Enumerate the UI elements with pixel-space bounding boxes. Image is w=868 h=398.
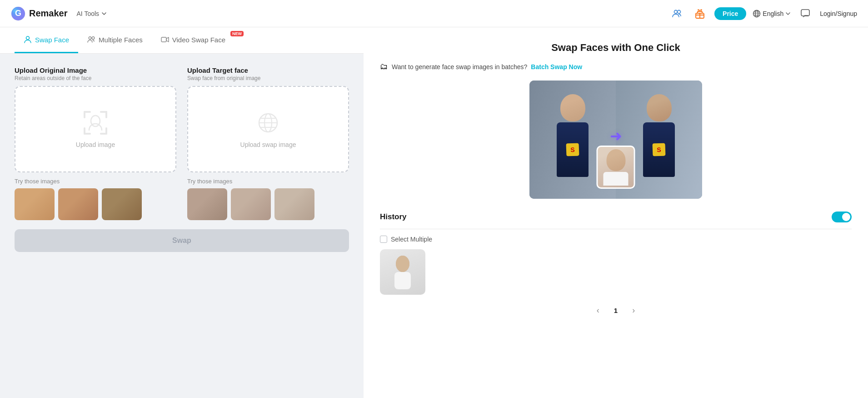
history-person-1 [380,249,425,295]
person-icon [24,35,32,44]
next-arrow-icon: › [632,306,635,315]
gift-icon-button[interactable] [692,5,708,22]
sample-target-image-2[interactable] [231,188,271,220]
logo[interactable]: G G Remaker [11,6,68,21]
swap-face-inner [598,147,634,187]
sample-target-image-3[interactable] [274,188,314,220]
svg-rect-14 [161,37,166,42]
tab-swap-face-label: Swap Face [35,36,69,44]
svg-point-5 [678,10,681,13]
svg-text:G: G [15,9,21,18]
batch-swap-link[interactable]: Batch Swap Now [531,63,582,71]
batch-text: Want to generate face swap images in bat… [392,63,527,71]
upload-target-subtitle: Swap face from original image [187,75,349,81]
svg-point-12 [89,37,91,40]
header: G G Remaker AI Tools [0,0,868,27]
header-right: Price English Login/Signup [669,5,857,22]
swap-face-body [604,172,629,186]
chevron-down-icon [101,10,107,17]
head-right [647,94,672,121]
pagination: ‹ 1 › [380,304,852,317]
upload-section: Upload Original Image Retain areas outsi… [0,54,364,220]
prev-page-button[interactable]: ‹ [593,304,603,317]
upload-target-label: Upload swap image [240,141,296,148]
video-icon [161,35,169,44]
ai-tools-label: AI Tools [77,10,100,17]
sample-target-image-1[interactable] [187,188,227,220]
figure-left: S [548,94,598,185]
upload-target-box[interactable]: Upload swap image [187,86,349,172]
prev-arrow-icon: ‹ [597,306,599,315]
swap-button[interactable]: Swap [15,229,349,252]
users-icon-button[interactable] [669,5,685,22]
history-toggle[interactable] [832,212,852,222]
svg-point-4 [674,10,678,13]
current-page: 1 [609,305,622,316]
tab-multiple-faces[interactable]: Multiple Faces [78,27,152,53]
left-panel: Swap Face Multiple Faces Video Swap Face [0,27,364,398]
tabs-bar: Swap Face Multiple Faces Video Swap Face [0,27,364,54]
gift-icon [694,8,705,19]
swap-face-inset [597,146,635,189]
tab-video-swap-face-label: Video Swap Face [172,36,225,44]
language-label: English [763,10,783,17]
select-multiple-row: Select Multiple [380,236,852,243]
batch-row: 🗂 Want to generate face swap images in b… [380,62,852,71]
upload-target-col: Upload Target face Swap face from origin… [187,66,349,220]
upload-row: Upload Original Image Retain areas outsi… [15,66,349,220]
try-target-label: Try those images [187,178,349,185]
upload-target-title: Upload Target face [187,66,349,74]
panel-title: Swap Faces with One Click [380,42,852,54]
chat-icon [800,9,810,19]
history-images [380,249,852,295]
logo-icon: G G [11,6,25,21]
svg-rect-18 [105,111,107,118]
tab-multiple-faces-label: Multiple Faces [99,36,143,44]
superman-illustration: S S ➜ [529,81,702,199]
select-multiple-label: Select Multiple [391,236,432,243]
svg-rect-10 [801,10,809,16]
svg-point-13 [92,37,95,40]
swap-arrow: ➜ [610,127,622,145]
sample-target-images [187,188,349,220]
language-button[interactable]: English [753,10,791,18]
upload-original-label: Upload image [76,141,115,148]
login-label: Login/Signup [820,10,857,17]
header-left: G G Remaker AI Tools [11,6,111,21]
toggle-knob [842,213,850,221]
ai-tools-button[interactable]: AI Tools [73,8,111,19]
sample-image-3[interactable] [102,188,142,220]
users-icon [672,8,683,19]
swap-face-head [606,149,625,171]
multiple-persons-icon [87,35,95,44]
body-left: S [557,122,589,177]
upload-original-box[interactable]: Upload image [15,86,176,172]
price-button[interactable]: Price [714,7,746,20]
superman-logo-left: S [566,143,579,156]
stack-icon: 🗂 [380,62,388,71]
svg-rect-20 [84,127,85,135]
logo-text: Remaker [29,8,68,19]
svg-rect-22 [105,127,107,135]
sample-image-2[interactable] [58,188,98,220]
swap-btn-wrap: Swap [0,220,364,252]
superman-logo-right: S [653,143,666,156]
history-image-1[interactable] [380,249,425,295]
upload-original-title: Upload Original Image [15,66,176,74]
next-page-button[interactable]: › [629,304,639,317]
login-button[interactable]: Login/Signup [820,10,857,17]
select-multiple-checkbox[interactable] [380,236,387,243]
chat-icon-button[interactable] [797,5,813,22]
face-scan-icon [83,110,108,136]
main-layout: Swap Face Multiple Faces Video Swap Face [0,27,868,398]
upload-original-col: Upload Original Image Retain areas outsi… [15,66,176,220]
upload-original-subtitle: Retain areas outside of the face [15,75,176,81]
demo-illustration: S S ➜ [380,81,852,199]
sample-image-1[interactable] [15,188,55,220]
svg-rect-27 [394,272,411,289]
svg-rect-16 [84,111,85,118]
globe-upload-icon [255,110,281,136]
tab-swap-face[interactable]: Swap Face [15,27,78,53]
tab-video-swap-face[interactable]: Video Swap Face NEW [152,27,242,53]
history-header: History [380,212,852,222]
